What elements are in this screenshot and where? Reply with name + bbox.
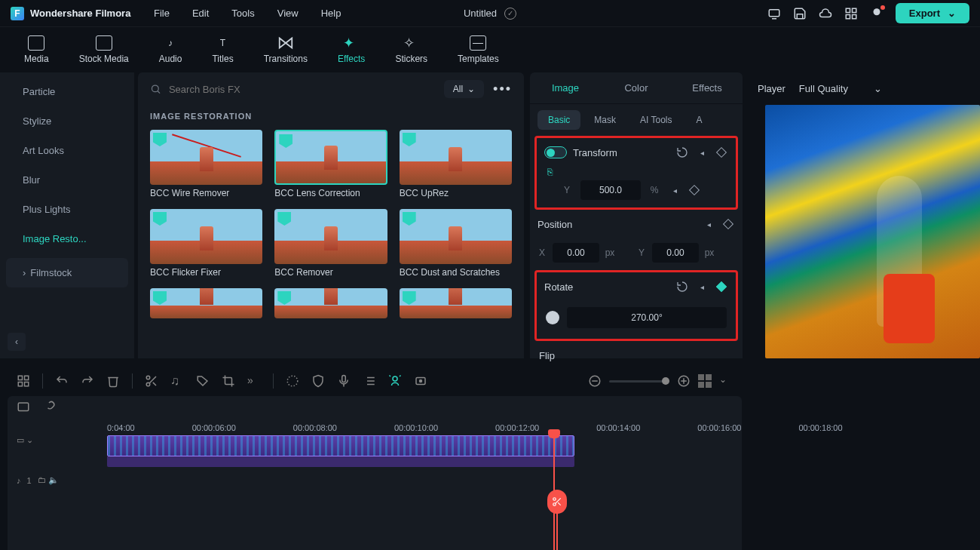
prev-keyframe-icon[interactable]: ◂ (695, 146, 709, 159)
subtab-more[interactable]: A (685, 110, 712, 130)
tab-titles[interactable]: TTitles (212, 35, 233, 64)
svg-point-27 (420, 380, 422, 383)
video-clip-edge[interactable] (107, 456, 574, 467)
export-button[interactable]: Export⌄ (896, 3, 969, 23)
zoom-out-icon[interactable] (588, 374, 602, 388)
effect-card[interactable]: BCC UpRez (400, 130, 512, 198)
rotate-slider[interactable] (546, 311, 559, 324)
display-icon[interactable] (767, 7, 781, 20)
menu-view[interactable]: View (277, 8, 299, 19)
menu-edit[interactable]: Edit (192, 8, 209, 19)
chevron-down-icon[interactable]: ⌄ (719, 374, 733, 388)
more-options-button[interactable]: ••• (493, 81, 512, 97)
undo-icon[interactable] (55, 374, 69, 388)
timeline: 0:04:00 00:00:06:00 00:00:08:00 00:00:10… (8, 396, 742, 550)
tab-effects[interactable]: ✦Effects (338, 35, 365, 64)
sidebar-item-particle[interactable]: Particle (0, 77, 134, 106)
video-track-header[interactable]: ▭ ⌄ (17, 435, 89, 445)
notification-icon[interactable] (870, 7, 884, 20)
record-frame-icon[interactable] (414, 374, 427, 388)
apps-icon[interactable] (844, 7, 858, 20)
effect-card[interactable]: BCC Lens Correction (274, 130, 387, 198)
tab-stock-media[interactable]: Stock Media (79, 35, 129, 64)
audio-track-header[interactable]: ♪ 1 🗀 🔈 (17, 475, 89, 485)
tag-icon[interactable] (196, 374, 210, 388)
effect-thumb (400, 130, 512, 185)
prev-keyframe-icon[interactable]: ◂ (702, 217, 715, 231)
crop-icon[interactable] (222, 374, 235, 388)
grid-apps-icon[interactable] (17, 374, 30, 388)
sidebar-item-art-looks[interactable]: Art Looks (0, 136, 134, 165)
sidebar-item-plus-lights[interactable]: Plus Lights (0, 195, 134, 224)
rotate-value-input[interactable] (567, 307, 727, 328)
ruler-tick: 00:00:18:00 (798, 423, 842, 432)
inspector-tab-effects[interactable]: Effects (672, 72, 743, 103)
effect-card[interactable]: BCC Dust and Scratches (400, 209, 512, 278)
keyframe-diamond-icon[interactable] (721, 217, 735, 231)
transform-toggle[interactable] (544, 146, 567, 158)
sidebar-item-blur[interactable]: Blur (0, 165, 134, 195)
x-value-input[interactable] (553, 243, 599, 263)
redo-icon[interactable] (81, 374, 94, 388)
sidebar-section-filmstock[interactable]: ›Filmstock (6, 258, 128, 287)
link-icon[interactable]: ⎘ (537, 167, 736, 177)
prev-keyframe-icon[interactable]: ◂ (668, 183, 681, 197)
inspector-tab-color[interactable]: Color (601, 72, 672, 103)
shield-icon[interactable] (311, 374, 325, 388)
tab-stickers[interactable]: ✧Stickers (395, 35, 427, 64)
prev-keyframe-icon[interactable]: ◂ (695, 280, 709, 293)
delete-icon[interactable] (106, 374, 120, 388)
premium-badge-icon (279, 134, 292, 148)
inspector-tab-image[interactable]: Image (530, 72, 601, 103)
subtab-mask[interactable]: Mask (583, 110, 626, 130)
y2-value-input[interactable] (652, 243, 699, 263)
quality-dropdown[interactable]: Full Quality⌄ (799, 83, 882, 94)
subtab-basic[interactable]: Basic (537, 110, 580, 130)
timeline-ruler[interactable]: 0:04:00 00:00:06:00 00:00:08:00 00:00:10… (8, 419, 742, 435)
effect-card[interactable] (400, 288, 512, 318)
video-preview[interactable] (765, 105, 980, 358)
search-input[interactable] (169, 84, 435, 95)
tab-audio[interactable]: ♪Audio (159, 35, 182, 64)
reset-transform-icon[interactable] (675, 146, 689, 159)
svg-point-13 (146, 376, 150, 379)
list-icon[interactable] (363, 374, 376, 388)
effect-card[interactable] (150, 288, 262, 318)
tab-templates[interactable]: Templates (458, 35, 499, 64)
cut-icon[interactable] (145, 374, 158, 388)
sidebar-item-image-restoration[interactable]: Image Resto... (0, 224, 134, 253)
keyframe-diamond-icon[interactable] (688, 183, 701, 197)
mic-icon[interactable] (337, 374, 351, 388)
keyframe-diamond-active-icon[interactable] (715, 280, 728, 293)
zoom-slider[interactable] (609, 380, 669, 383)
y-value-input[interactable] (580, 180, 641, 200)
unlink-icon[interactable] (42, 401, 56, 414)
collapse-sidebar-button[interactable]: ‹ (8, 333, 26, 351)
more-tools-icon[interactable]: » (247, 374, 261, 388)
music-note-icon[interactable]: ♫ (170, 374, 184, 388)
effect-card[interactable]: BCC Remover (274, 209, 387, 278)
cut-handle[interactable] (547, 490, 567, 514)
filter-all-dropdown[interactable]: All⌄ (444, 80, 484, 98)
zoom-in-icon[interactable] (677, 374, 691, 388)
save-icon[interactable] (793, 7, 807, 20)
ai-cutout-icon[interactable] (388, 374, 402, 388)
reset-rotate-icon[interactable] (675, 280, 689, 293)
keyframe-diamond-icon[interactable] (715, 146, 728, 159)
effect-card[interactable] (274, 288, 387, 318)
track-header-icon[interactable] (17, 401, 30, 414)
video-clip[interactable] (107, 435, 574, 456)
menu-file[interactable]: File (154, 8, 170, 19)
subtab-ai-tools[interactable]: AI Tools (629, 110, 682, 130)
menu-tools[interactable]: Tools (231, 8, 254, 19)
cloud-icon[interactable] (819, 7, 832, 20)
timeline-body[interactable]: ▭ ⌄ ♪ 1 🗀 🔈 (8, 435, 742, 550)
effect-card[interactable]: BCC Flicker Fixer (150, 209, 262, 278)
tab-media[interactable]: Media (24, 35, 49, 64)
timeline-view-icon[interactable] (698, 374, 712, 388)
menu-help[interactable]: Help (321, 8, 341, 19)
speed-icon[interactable] (286, 374, 299, 388)
tab-transitions[interactable]: Transitions (264, 35, 308, 64)
effect-card[interactable]: BCC Wire Remover (150, 130, 262, 198)
sidebar-item-stylize[interactable]: Stylize (0, 106, 134, 136)
